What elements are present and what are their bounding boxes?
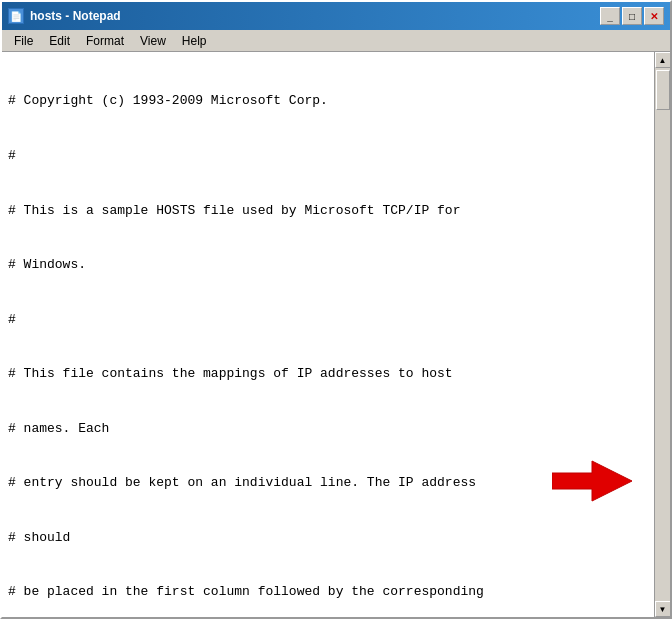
line-4: # Windows. [8, 256, 648, 274]
title-bar: 📄 hosts - Notepad _ □ ✕ [2, 2, 670, 30]
scrollbar-track[interactable] [655, 68, 670, 601]
line-10: # be placed in the first column followed… [8, 583, 648, 601]
menu-format[interactable]: Format [78, 32, 132, 50]
line-6: # This file contains the mappings of IP … [8, 365, 648, 383]
line-1: # Copyright (c) 1993-2009 Microsoft Corp… [8, 92, 648, 110]
line-7: # names. Each [8, 420, 648, 438]
editor-content[interactable]: # Copyright (c) 1993-2009 Microsoft Corp… [2, 52, 654, 617]
line-2: # [8, 147, 648, 165]
scrollbar-thumb[interactable] [656, 70, 670, 110]
line-5: # [8, 311, 648, 329]
svg-marker-0 [552, 461, 632, 501]
minimize-button[interactable]: _ [600, 7, 620, 25]
app-icon: 📄 [8, 8, 24, 24]
menu-file[interactable]: File [6, 32, 41, 50]
title-bar-text: 📄 hosts - Notepad [8, 8, 121, 24]
close-button[interactable]: ✕ [644, 7, 664, 25]
line-9: # should [8, 529, 648, 547]
scroll-down-button[interactable]: ▼ [655, 601, 671, 617]
scroll-up-button[interactable]: ▲ [655, 52, 671, 68]
menu-edit[interactable]: Edit [41, 32, 78, 50]
editor-area: # Copyright (c) 1993-2009 Microsoft Corp… [2, 52, 670, 617]
maximize-button[interactable]: □ [622, 7, 642, 25]
window-title: hosts - Notepad [30, 9, 121, 23]
line-3: # This is a sample HOSTS file used by Mi… [8, 202, 648, 220]
menu-help[interactable]: Help [174, 32, 215, 50]
red-arrow [552, 456, 632, 509]
text-content[interactable]: # Copyright (c) 1993-2009 Microsoft Corp… [2, 52, 654, 617]
title-bar-buttons: _ □ ✕ [600, 7, 664, 25]
scrollbar-vertical[interactable]: ▲ ▼ [654, 52, 670, 617]
menu-view[interactable]: View [132, 32, 174, 50]
menu-bar: File Edit Format View Help [2, 30, 670, 52]
notepad-window: 📄 hosts - Notepad _ □ ✕ File Edit Format… [0, 0, 672, 619]
